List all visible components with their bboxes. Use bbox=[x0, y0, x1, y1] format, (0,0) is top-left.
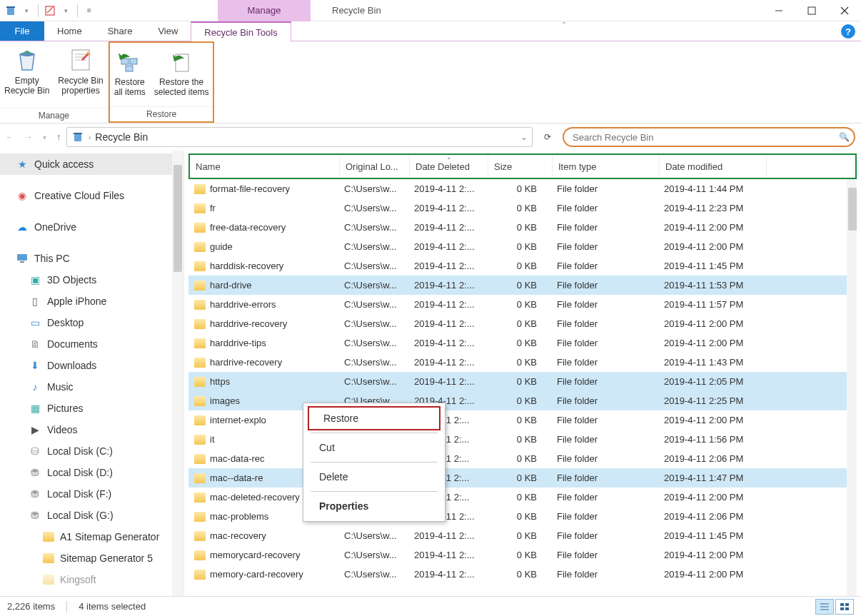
sidebar-apple-iphone[interactable]: ▯Apple iPhone bbox=[0, 291, 183, 312]
sidebar-scrollbar[interactable] bbox=[172, 151, 183, 596]
sidebar-downloads[interactable]: ⬇Downloads bbox=[0, 355, 183, 376]
cell-date-modified: 2019-4-11 2:05 PM bbox=[658, 376, 765, 387]
sidebar-a1-sitemap[interactable]: A1 Sitemap Generator bbox=[0, 526, 183, 547]
list-scrollbar[interactable] bbox=[847, 179, 857, 596]
folder-icon bbox=[194, 512, 206, 522]
context-menu-restore[interactable]: Restore bbox=[308, 406, 440, 430]
disk-icon: ⛃ bbox=[29, 488, 41, 500]
table-row[interactable]: hardrive-recoveryC:\Users\w...2019-4-11 … bbox=[188, 353, 857, 372]
sidebar-onedrive[interactable]: ☁OneDrive bbox=[0, 216, 183, 238]
sidebar-sitemap-generator[interactable]: Sitemap Generator 5 bbox=[0, 547, 183, 569]
sidebar-disk-c[interactable]: ⛁Local Disk (C:) bbox=[0, 440, 183, 462]
tab-view[interactable]: View bbox=[145, 21, 191, 41]
collapse-ribbon-icon[interactable]: ˆ bbox=[563, 21, 565, 41]
search-input[interactable] bbox=[573, 132, 845, 143]
table-row[interactable]: internet-explo019-4-11 2:...0 KBFile fol… bbox=[188, 410, 857, 430]
table-row[interactable]: memorycard-recoveryC:\Users\w...2019-4-1… bbox=[188, 545, 857, 565]
folder-icon bbox=[194, 377, 206, 387]
table-row[interactable]: guideC:\Users\w...2019-4-11 2:...0 KBFil… bbox=[188, 237, 857, 256]
table-row[interactable]: httpsC:\Users\w...2019-4-11 2:...0 KBFil… bbox=[188, 372, 857, 391]
tab-recycle-bin-tools[interactable]: Recycle Bin Tools bbox=[191, 21, 291, 41]
sidebar-desktop[interactable]: ▭Desktop bbox=[0, 312, 183, 333]
table-row[interactable]: format-file-recoveryC:\Users\w...2019-4-… bbox=[188, 179, 857, 198]
tab-share[interactable]: Share bbox=[95, 21, 146, 41]
table-row[interactable]: hard-driveC:\Users\w...2019-4-11 2:...0 … bbox=[188, 276, 857, 295]
recent-locations-icon[interactable]: ▾ bbox=[43, 133, 46, 141]
sidebar-item-label: A1 Sitemap Generator bbox=[60, 531, 159, 542]
context-menu-delete[interactable]: Delete bbox=[305, 465, 443, 489]
sidebar-3d-objects[interactable]: ▣3D Objects bbox=[0, 269, 183, 291]
chevron-down-icon[interactable]: ▾ bbox=[20, 4, 33, 17]
cell-item-type: File folder bbox=[551, 415, 658, 425]
sidebar-music[interactable]: ♪Music bbox=[0, 376, 183, 398]
recycle-bin-properties-button[interactable]: Recycle Bin properties bbox=[54, 43, 107, 108]
cell-date-deleted: 2019-4-11 2:... bbox=[408, 183, 487, 194]
scrollbar-thumb[interactable] bbox=[173, 165, 182, 272]
sidebar-disk-g[interactable]: ⛃Local Disk (G:) bbox=[0, 505, 183, 526]
help-icon[interactable]: ? bbox=[841, 24, 855, 39]
search-box[interactable]: 🔍 bbox=[563, 127, 855, 147]
breadcrumb-segment[interactable]: Recycle Bin bbox=[95, 131, 148, 143]
sidebar-disk-f[interactable]: ⛃Local Disk (F:) bbox=[0, 483, 183, 505]
table-row[interactable]: free-data-recoveryC:\Users\w...2019-4-11… bbox=[188, 218, 857, 237]
context-menu-cut[interactable]: Cut bbox=[305, 435, 443, 460]
cell-item-type: File folder bbox=[551, 338, 658, 348]
empty-recycle-bin-button[interactable]: Empty Recycle Bin bbox=[0, 43, 54, 108]
forward-button[interactable]: → bbox=[24, 132, 33, 142]
table-row[interactable]: harddrive-tipsC:\Users\w...2019-4-11 2:.… bbox=[188, 333, 857, 353]
table-row[interactable]: mac--data-re019-4-11 2:...0 KBFile folde… bbox=[188, 468, 857, 488]
tab-file[interactable]: File bbox=[0, 21, 44, 41]
minimize-button[interactable] bbox=[762, 0, 795, 21]
column-date-deleted[interactable]: ⌄Date Deleted bbox=[410, 155, 488, 178]
close-button[interactable] bbox=[828, 0, 861, 21]
table-row[interactable]: mac-recoveryC:\Users\w...2019-4-11 2:...… bbox=[188, 526, 857, 545]
chevron-down-icon[interactable]: ▾ bbox=[59, 4, 72, 17]
svg-rect-13 bbox=[130, 59, 137, 64]
cell-size: 0 KB bbox=[487, 453, 551, 464]
search-icon[interactable]: 🔍 bbox=[839, 132, 850, 142]
scrollbar-thumb[interactable] bbox=[848, 188, 857, 231]
selected-count: 4 items selected bbox=[79, 601, 146, 612]
table-row[interactable]: it019-4-11 2:...0 KBFile folder2019-4-11… bbox=[188, 430, 857, 449]
restore-selected-items-button[interactable]: Restore the selected items bbox=[150, 44, 213, 106]
table-row[interactable]: harddisk-recoveryC:\Users\w...2019-4-11 … bbox=[188, 256, 857, 276]
tab-home[interactable]: Home bbox=[44, 21, 95, 41]
svg-rect-12 bbox=[121, 59, 129, 64]
cell-date-modified: 2019-4-11 1:44 PM bbox=[658, 183, 765, 194]
sidebar-videos[interactable]: ▶Videos bbox=[0, 419, 183, 440]
refresh-button[interactable]: ⟳ bbox=[538, 132, 557, 142]
column-original-location[interactable]: Original Lo... bbox=[340, 155, 410, 178]
table-row[interactable]: memory-card-recoveryC:\Users\w...2019-4-… bbox=[188, 565, 857, 584]
sidebar-pictures[interactable]: ▦Pictures bbox=[0, 398, 183, 419]
large-icons-view-button[interactable] bbox=[835, 599, 854, 615]
table-row[interactable]: mac-problemsC:\Users\w...2019-4-11 2:...… bbox=[188, 507, 857, 526]
table-row[interactable]: mac-data-rec019-4-11 2:...0 KBFile folde… bbox=[188, 449, 857, 468]
address-bar[interactable]: › Recycle Bin ⌄ bbox=[66, 127, 533, 147]
column-size[interactable]: Size bbox=[488, 155, 553, 178]
column-name[interactable]: Name bbox=[190, 155, 340, 178]
sidebar-creative-cloud[interactable]: ◉Creative Cloud Files bbox=[0, 185, 183, 206]
properties-icon[interactable] bbox=[44, 4, 56, 17]
back-button[interactable]: ← bbox=[6, 132, 14, 142]
maximize-button[interactable] bbox=[795, 0, 828, 21]
table-row[interactable]: imagesC:\Users\w...2019-4-11 2:...0 KBFi… bbox=[188, 391, 857, 410]
up-button[interactable]: ↑ bbox=[56, 132, 61, 142]
details-view-button[interactable] bbox=[815, 599, 834, 615]
column-date-modified[interactable]: Date modified bbox=[660, 155, 767, 178]
sidebar-documents[interactable]: 🗎Documents bbox=[0, 333, 183, 355]
folder-icon bbox=[43, 532, 54, 542]
table-row[interactable]: mac-deleted-recoveryC:\Users\w...019-4-1… bbox=[188, 488, 857, 507]
table-row[interactable]: harddrive-recoveryC:\Users\w...2019-4-11… bbox=[188, 314, 857, 333]
context-menu-properties[interactable]: Properties bbox=[305, 494, 443, 518]
chevron-right-icon[interactable]: › bbox=[89, 133, 91, 141]
sidebar-kingsoft[interactable]: Kingsoft bbox=[0, 569, 183, 590]
overflow-icon[interactable]: ≡ bbox=[83, 4, 96, 17]
sidebar-quick-access[interactable]: ★Quick access bbox=[0, 153, 183, 175]
sidebar-disk-d[interactable]: ⛃Local Disk (D:) bbox=[0, 462, 183, 483]
restore-all-items-button[interactable]: Restore all items bbox=[110, 44, 150, 106]
table-row[interactable]: frC:\Users\w...2019-4-11 2:...0 KBFile f… bbox=[188, 198, 857, 218]
column-item-type[interactable]: Item type bbox=[553, 155, 660, 178]
chevron-down-icon[interactable]: ⌄ bbox=[520, 132, 528, 142]
table-row[interactable]: harddrive-errorsC:\Users\w...2019-4-11 2… bbox=[188, 295, 857, 314]
sidebar-this-pc[interactable]: This PC bbox=[0, 248, 183, 269]
